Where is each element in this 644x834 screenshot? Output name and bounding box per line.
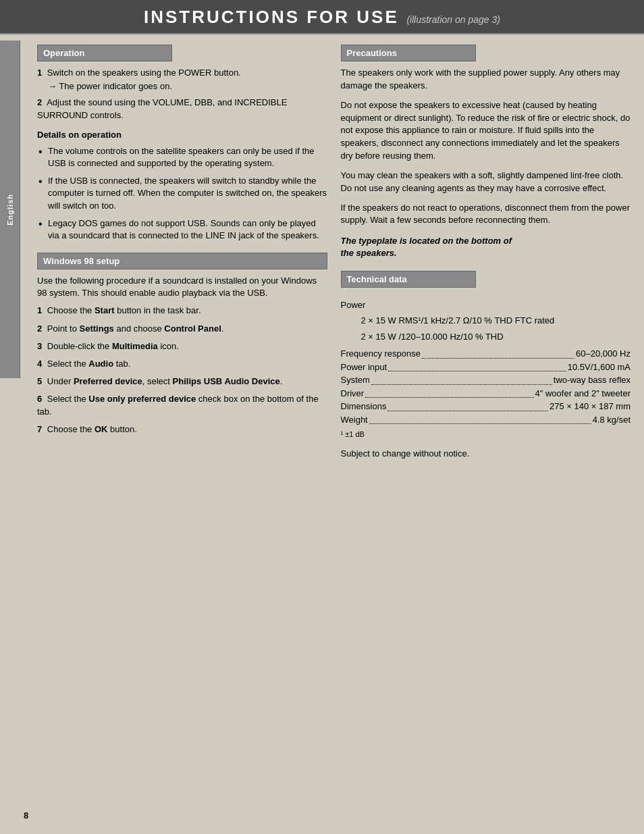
typeplate-note: The typeplate is located on the bottom o… — [341, 235, 631, 259]
power-label: Power — [341, 298, 631, 312]
operation-section: Operation 1 Switch on the speakers using… — [37, 45, 327, 122]
windows-steps-list: 1 Choose the Start button in the task ba… — [37, 305, 327, 436]
operation-list: 1 Switch on the speakers using the POWER… — [37, 67, 327, 122]
windows-header: Windows 98 setup — [37, 253, 327, 269]
tech-data: Power 2 × 15 W RMS¹/1 kHz/2.7 Ω/10 % THD… — [341, 298, 631, 461]
dimensions-row: Dimensions 275 × 140 × 187 mm — [341, 400, 631, 413]
details-section: Details on operation The volume controls… — [37, 130, 327, 242]
main-content: Operation 1 Switch on the speakers using… — [24, 34, 644, 473]
details-header: Details on operation — [37, 130, 327, 140]
windows-step-5: 5 Under Preferred device, select Philips… — [37, 375, 327, 388]
details-bullet-3: Legacy DOS games do not support USB. Sou… — [37, 217, 327, 242]
precautions-para-4: If the speakers do not react to operatio… — [341, 202, 631, 228]
precautions-para-1: The speakers only work with the supplied… — [341, 67, 631, 93]
windows-intro: Use the following procedure if a soundca… — [37, 275, 327, 299]
page-header: INSTRUCTIONS FOR USE (illustration on pa… — [0, 0, 644, 34]
left-column: Operation 1 Switch on the speakers using… — [37, 45, 327, 463]
precautions-header: Precautions — [341, 45, 476, 61]
windows-step-3: 3 Double-click the Multimedia icon. — [37, 340, 327, 353]
precautions-para-3: You may clean the speakers with a soft, … — [341, 170, 631, 195]
operation-step-1-sub: → The power indicator goes on. — [48, 80, 327, 93]
technical-section: Technical data Power 2 × 15 W RMS¹/1 kHz… — [341, 271, 631, 461]
power-input-row: Power input 10.5V/1,600 mA — [341, 361, 631, 374]
precautions-section: Precautions The speakers only work with … — [341, 45, 631, 260]
windows-step-6: 6 Select the Use only preferred device c… — [37, 393, 327, 417]
precautions-text: The speakers only work with the supplied… — [341, 67, 631, 227]
sidebar: English — [0, 41, 20, 378]
weight-row: Weight 4.8 kg/set — [341, 413, 631, 427]
operation-step-1: 1 Switch on the speakers using the POWER… — [37, 67, 327, 93]
power-line2: 2 × 15 W /120–10.000 Hz/10 % THD — [361, 330, 631, 344]
technical-header: Technical data — [341, 271, 476, 288]
windows-step-4: 4 Select the Audio tab. — [37, 358, 327, 370]
operation-step-2: 2 Adjust the sound using the VOLUME, DBB… — [37, 97, 327, 121]
freq-row: Frequency response 60–20,000 Hz — [341, 347, 631, 361]
driver-row: Driver 4" woofer and 2" tweeter — [341, 387, 631, 400]
details-bullet-2: If the USB is connected, the speakers wi… — [37, 175, 327, 212]
windows-section: Windows 98 setup Use the following proce… — [37, 253, 327, 436]
windows-step-2: 2 Point to Settings and choose Control P… — [37, 323, 327, 335]
right-column: Precautions The speakers only work with … — [341, 45, 631, 463]
details-bullet-list: The volume controls on the satellite spe… — [37, 145, 327, 242]
windows-step-1: 1 Choose the Start button in the task ba… — [37, 305, 327, 317]
power-line1: 2 × 15 W RMS¹/1 kHz/2.7 Ω/10 % THD FTC r… — [361, 314, 631, 328]
subject-to-change: Subject to change without notice. — [341, 447, 631, 461]
footnote: ¹ ±1 dB — [341, 429, 631, 440]
windows-step-7: 7 Choose the OK button. — [37, 423, 327, 436]
details-bullet-1: The volume controls on the satellite spe… — [37, 145, 327, 170]
page: INSTRUCTIONS FOR USE (illustration on pa… — [0, 0, 644, 834]
system-row: System two-way bass reflex — [341, 373, 631, 387]
precautions-para-2: Do not expose the speakers to excessive … — [341, 99, 631, 163]
header-title: INSTRUCTIONS FOR USE (illustration on pa… — [144, 15, 500, 25]
page-number: 8 — [24, 810, 28, 820]
sidebar-label: English — [6, 194, 14, 226]
operation-header: Operation — [37, 45, 172, 61]
